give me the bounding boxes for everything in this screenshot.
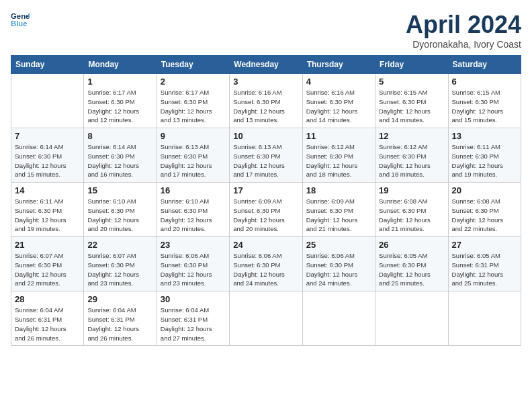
calendar-day-cell: 29Sunrise: 6:04 AM Sunset: 6:31 PM Dayli… bbox=[84, 291, 157, 346]
day-number: 23 bbox=[161, 240, 226, 250]
day-number: 4 bbox=[306, 77, 371, 87]
calendar-day-cell: 19Sunrise: 6:08 AM Sunset: 6:30 PM Dayli… bbox=[375, 183, 448, 237]
svg-text:Blue: Blue bbox=[11, 19, 28, 28]
day-info: Sunrise: 6:14 AM Sunset: 6:30 PM Dayligh… bbox=[87, 142, 152, 179]
day-info: Sunrise: 6:16 AM Sunset: 6:30 PM Dayligh… bbox=[233, 88, 298, 125]
day-info: Sunrise: 6:06 AM Sunset: 6:30 PM Dayligh… bbox=[161, 251, 226, 288]
day-number: 6 bbox=[452, 77, 517, 87]
calendar-day-cell: 25Sunrise: 6:06 AM Sunset: 6:30 PM Dayli… bbox=[302, 237, 375, 291]
day-number: 3 bbox=[233, 77, 298, 87]
calendar-day-cell bbox=[11, 74, 84, 128]
day-number: 17 bbox=[233, 185, 298, 195]
calendar-week-row: 28Sunrise: 6:04 AM Sunset: 6:31 PM Dayli… bbox=[11, 291, 521, 346]
calendar-day-cell: 30Sunrise: 6:04 AM Sunset: 6:31 PM Dayli… bbox=[157, 291, 229, 346]
day-number: 20 bbox=[452, 185, 517, 195]
calendar-day-cell: 11Sunrise: 6:12 AM Sunset: 6:30 PM Dayli… bbox=[302, 128, 375, 183]
day-info: Sunrise: 6:15 AM Sunset: 6:30 PM Dayligh… bbox=[379, 88, 444, 125]
calendar-day-cell: 2Sunrise: 6:17 AM Sunset: 6:30 PM Daylig… bbox=[157, 74, 229, 128]
weekday-header-cell: Tuesday bbox=[157, 56, 229, 74]
day-number: 13 bbox=[452, 131, 517, 141]
calendar-day-cell: 3Sunrise: 6:16 AM Sunset: 6:30 PM Daylig… bbox=[230, 74, 302, 128]
day-number: 12 bbox=[379, 131, 444, 141]
day-number: 11 bbox=[306, 131, 371, 141]
logo-icon: General Blue bbox=[11, 11, 30, 30]
calendar-day-cell: 12Sunrise: 6:12 AM Sunset: 6:30 PM Dayli… bbox=[375, 128, 448, 183]
day-info: Sunrise: 6:12 AM Sunset: 6:30 PM Dayligh… bbox=[306, 142, 371, 179]
calendar-day-cell: 28Sunrise: 6:04 AM Sunset: 6:31 PM Dayli… bbox=[11, 291, 84, 346]
calendar-day-cell bbox=[302, 291, 375, 346]
day-number: 21 bbox=[15, 240, 80, 250]
day-number: 30 bbox=[161, 294, 226, 304]
day-number: 10 bbox=[233, 131, 298, 141]
day-number: 22 bbox=[87, 240, 152, 250]
weekday-header-cell: Thursday bbox=[302, 56, 375, 74]
calendar-header-row: SundayMondayTuesdayWednesdayThursdayFrid… bbox=[11, 56, 521, 74]
day-info: Sunrise: 6:10 AM Sunset: 6:30 PM Dayligh… bbox=[161, 197, 226, 234]
calendar-week-row: 7Sunrise: 6:14 AM Sunset: 6:30 PM Daylig… bbox=[11, 128, 521, 183]
calendar-day-cell: 27Sunrise: 6:05 AM Sunset: 6:31 PM Dayli… bbox=[448, 237, 521, 291]
day-info: Sunrise: 6:04 AM Sunset: 6:31 PM Dayligh… bbox=[161, 306, 226, 342]
calendar-day-cell: 18Sunrise: 6:09 AM Sunset: 6:30 PM Dayli… bbox=[302, 183, 375, 237]
calendar-week-row: 1Sunrise: 6:17 AM Sunset: 6:30 PM Daylig… bbox=[11, 74, 521, 128]
calendar-day-cell: 22Sunrise: 6:07 AM Sunset: 6:30 PM Dayli… bbox=[84, 237, 157, 291]
day-number: 9 bbox=[161, 131, 226, 141]
day-number: 25 bbox=[306, 240, 371, 250]
logo: General Blue bbox=[11, 11, 30, 30]
day-info: Sunrise: 6:17 AM Sunset: 6:30 PM Dayligh… bbox=[87, 88, 152, 125]
month-title: April 2024 bbox=[406, 11, 521, 39]
calendar-day-cell: 4Sunrise: 6:16 AM Sunset: 6:30 PM Daylig… bbox=[302, 74, 375, 128]
day-number: 2 bbox=[161, 77, 226, 87]
day-info: Sunrise: 6:11 AM Sunset: 6:30 PM Dayligh… bbox=[15, 197, 80, 234]
calendar-day-cell bbox=[230, 291, 302, 346]
day-info: Sunrise: 6:06 AM Sunset: 6:30 PM Dayligh… bbox=[306, 251, 371, 288]
weekday-header-cell: Sunday bbox=[11, 56, 84, 74]
day-number: 18 bbox=[306, 185, 371, 195]
location-subtitle: Dyoronakaha, Ivory Coast bbox=[406, 39, 521, 50]
day-info: Sunrise: 6:09 AM Sunset: 6:30 PM Dayligh… bbox=[306, 197, 371, 234]
day-info: Sunrise: 6:17 AM Sunset: 6:30 PM Dayligh… bbox=[161, 88, 226, 125]
day-number: 7 bbox=[15, 131, 80, 141]
calendar-body: 1Sunrise: 6:17 AM Sunset: 6:30 PM Daylig… bbox=[11, 74, 521, 346]
day-number: 24 bbox=[233, 240, 298, 250]
calendar-day-cell: 7Sunrise: 6:14 AM Sunset: 6:30 PM Daylig… bbox=[11, 128, 84, 183]
day-number: 8 bbox=[87, 131, 152, 141]
day-info: Sunrise: 6:07 AM Sunset: 6:30 PM Dayligh… bbox=[87, 251, 152, 288]
day-info: Sunrise: 6:08 AM Sunset: 6:30 PM Dayligh… bbox=[379, 197, 444, 234]
day-number: 16 bbox=[161, 185, 226, 195]
calendar-day-cell: 26Sunrise: 6:05 AM Sunset: 6:30 PM Dayli… bbox=[375, 237, 448, 291]
calendar-day-cell: 15Sunrise: 6:10 AM Sunset: 6:30 PM Dayli… bbox=[84, 183, 157, 237]
day-number: 14 bbox=[15, 185, 80, 195]
day-number: 1 bbox=[87, 77, 152, 87]
day-info: Sunrise: 6:09 AM Sunset: 6:30 PM Dayligh… bbox=[233, 197, 298, 234]
calendar-day-cell: 8Sunrise: 6:14 AM Sunset: 6:30 PM Daylig… bbox=[84, 128, 157, 183]
day-number: 28 bbox=[15, 294, 80, 304]
calendar-day-cell: 13Sunrise: 6:11 AM Sunset: 6:30 PM Dayli… bbox=[448, 128, 521, 183]
calendar-day-cell: 21Sunrise: 6:07 AM Sunset: 6:30 PM Dayli… bbox=[11, 237, 84, 291]
day-info: Sunrise: 6:16 AM Sunset: 6:30 PM Dayligh… bbox=[306, 88, 371, 125]
day-number: 19 bbox=[379, 185, 444, 195]
day-info: Sunrise: 6:15 AM Sunset: 6:30 PM Dayligh… bbox=[452, 88, 517, 125]
day-number: 27 bbox=[452, 240, 517, 250]
day-info: Sunrise: 6:14 AM Sunset: 6:30 PM Dayligh… bbox=[15, 142, 80, 179]
day-info: Sunrise: 6:07 AM Sunset: 6:30 PM Dayligh… bbox=[15, 251, 80, 288]
day-number: 5 bbox=[379, 77, 444, 87]
calendar-day-cell: 24Sunrise: 6:06 AM Sunset: 6:30 PM Dayli… bbox=[230, 237, 302, 291]
day-info: Sunrise: 6:04 AM Sunset: 6:31 PM Dayligh… bbox=[87, 306, 152, 342]
day-info: Sunrise: 6:05 AM Sunset: 6:31 PM Dayligh… bbox=[452, 251, 517, 288]
day-info: Sunrise: 6:12 AM Sunset: 6:30 PM Dayligh… bbox=[379, 142, 444, 179]
day-info: Sunrise: 6:06 AM Sunset: 6:30 PM Dayligh… bbox=[233, 251, 298, 288]
calendar-day-cell: 6Sunrise: 6:15 AM Sunset: 6:30 PM Daylig… bbox=[448, 74, 521, 128]
day-info: Sunrise: 6:11 AM Sunset: 6:30 PM Dayligh… bbox=[452, 142, 517, 179]
calendar-day-cell bbox=[375, 291, 448, 346]
calendar-day-cell: 10Sunrise: 6:13 AM Sunset: 6:30 PM Dayli… bbox=[230, 128, 302, 183]
calendar-day-cell: 17Sunrise: 6:09 AM Sunset: 6:30 PM Dayli… bbox=[230, 183, 302, 237]
day-number: 15 bbox=[87, 185, 152, 195]
weekday-header-cell: Monday bbox=[84, 56, 157, 74]
day-info: Sunrise: 6:05 AM Sunset: 6:30 PM Dayligh… bbox=[379, 251, 444, 288]
calendar-day-cell: 23Sunrise: 6:06 AM Sunset: 6:30 PM Dayli… bbox=[157, 237, 229, 291]
calendar-week-row: 14Sunrise: 6:11 AM Sunset: 6:30 PM Dayli… bbox=[11, 183, 521, 237]
header: General Blue April 2024 Dyoronakaha, Ivo… bbox=[11, 11, 521, 50]
day-info: Sunrise: 6:10 AM Sunset: 6:30 PM Dayligh… bbox=[87, 197, 152, 234]
weekday-header-cell: Saturday bbox=[448, 56, 521, 74]
day-info: Sunrise: 6:04 AM Sunset: 6:31 PM Dayligh… bbox=[15, 306, 80, 342]
